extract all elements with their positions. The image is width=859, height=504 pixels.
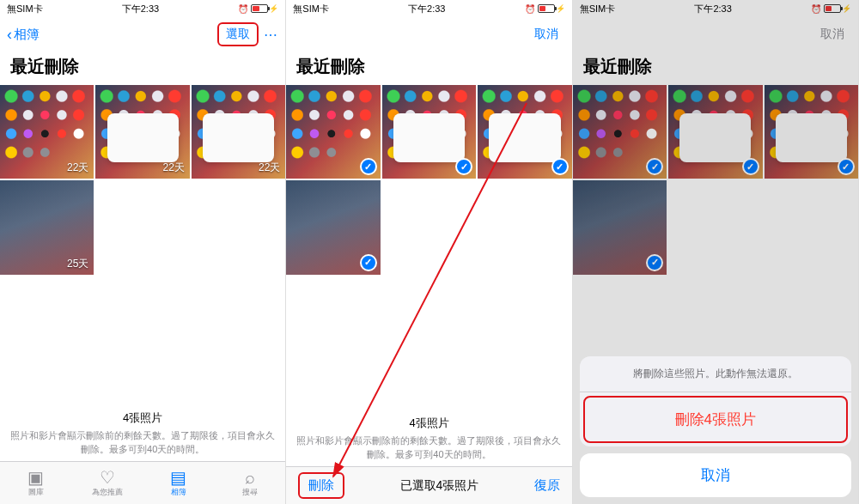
back-button[interactable]: ‹ 相簿 (7, 26, 40, 44)
tab-albums[interactable]: ▤ 相簿 (143, 462, 214, 504)
photo-thumb[interactable] (765, 85, 858, 179)
phone-screen-2: 無SIM卡 下午2:33 ⏰ ⚡ 取消 最近刪除 4張照片 照片和影片會顯示刪除… (286, 0, 572, 504)
tab-label: 搜尋 (242, 487, 258, 498)
albums-icon: ▤ (170, 469, 186, 486)
battery-icon (824, 4, 841, 13)
page-title: 最近刪除 (0, 52, 285, 85)
status-bar: 無SIM卡 下午2:33 ⏰ ⚡ (286, 0, 571, 17)
page-title: 最近刪除 (573, 52, 858, 85)
photo-count: 4張照片 (9, 410, 277, 426)
tab-foryou[interactable]: ♡ 為您推薦 (71, 462, 143, 504)
more-button[interactable]: ⋯ (264, 27, 278, 43)
photo-thumb[interactable] (668, 85, 762, 179)
tab-label: 相簿 (171, 487, 186, 498)
photo-thumb[interactable]: 25天 (0, 180, 94, 274)
clock-label: 下午2:33 (122, 3, 159, 15)
check-icon (742, 158, 759, 175)
photo-count: 4張照片 (295, 416, 563, 431)
photo-thumb[interactable] (573, 180, 667, 274)
cancel-button[interactable]: 取消 (527, 24, 565, 45)
days-badge: 25天 (67, 257, 88, 271)
photo-grid (573, 85, 858, 275)
delete-button[interactable]: 刪除 (298, 472, 344, 499)
action-sheet: 將刪除這些照片。此動作無法還原。 刪除4張照片 取消 (580, 356, 851, 497)
toolbar: 刪除 已選取4張照片 復原 (286, 466, 571, 504)
nav-bar: 取消 (286, 17, 571, 52)
sheet-cancel-button[interactable]: 取消 (580, 453, 851, 497)
search-icon: ⌕ (245, 469, 255, 486)
photo-thumb[interactable]: 22天 (0, 85, 94, 179)
clock-label: 下午2:33 (408, 3, 445, 15)
check-icon (646, 158, 663, 175)
photo-thumb[interactable] (573, 85, 667, 179)
sheet-message: 將刪除這些照片。此動作無法還原。 (580, 356, 851, 392)
carrier-label: 無SIM卡 (580, 3, 616, 15)
photo-grid (286, 85, 571, 275)
phone-screen-3: 無SIM卡 下午2:33 ⏰ ⚡ 取消 最近刪除 將刪除這些照片。此動作無法還原… (573, 0, 859, 504)
tab-search[interactable]: ⌕ 搜尋 (214, 462, 285, 504)
footer-info: 4張照片 照片和影片會顯示刪除前的剩餘天數。過了期限後，項目會永久刪除。最多可到… (286, 410, 571, 466)
charging-icon: ⚡ (556, 4, 565, 13)
selection-count: 已選取4張照片 (400, 478, 479, 494)
battery-icon (538, 4, 555, 13)
restore-button[interactable]: 復原 (534, 477, 560, 494)
charging-icon: ⚡ (269, 4, 278, 13)
nav-bar: ‹ 相簿 選取 ⋯ (0, 17, 285, 52)
days-badge: 22天 (67, 161, 88, 175)
photo-thumb[interactable]: 22天 (192, 85, 285, 179)
status-bar: 無SIM卡 下午2:33 ⏰ ⚡ (573, 0, 858, 17)
alarm-icon: ⏰ (238, 4, 248, 14)
days-badge: 22天 (259, 161, 280, 175)
back-label: 相簿 (14, 27, 40, 43)
photo-thumb[interactable] (286, 85, 380, 179)
footer-desc: 照片和影片會顯示刪除前的剩餘天數。過了期限後，項目會永久刪除。最多可到40天的時… (9, 429, 277, 456)
battery-icon (251, 4, 268, 13)
charging-icon: ⚡ (842, 4, 851, 13)
alarm-icon: ⏰ (525, 4, 535, 14)
page-title: 最近刪除 (286, 52, 571, 85)
tab-label: 為您推薦 (92, 487, 123, 498)
library-icon: ▣ (27, 469, 44, 486)
delete-confirm-button[interactable]: 刪除4張照片 (583, 396, 848, 443)
footer-desc: 照片和影片會顯示刪除前的剩餘天數。過了期限後，項目會永久刪除。最多可到40天的時… (295, 434, 563, 461)
check-icon (455, 158, 472, 175)
photo-thumb[interactable] (382, 85, 476, 179)
chevron-left-icon: ‹ (7, 26, 12, 44)
check-icon (838, 158, 855, 175)
carrier-label: 無SIM卡 (293, 3, 329, 15)
photo-thumb[interactable]: 22天 (95, 85, 189, 179)
foryou-icon: ♡ (100, 469, 115, 486)
status-bar: 無SIM卡 下午2:33 ⏰ ⚡ (0, 0, 285, 17)
photo-thumb[interactable] (286, 180, 380, 274)
nav-bar: 取消 (573, 17, 858, 52)
check-icon (360, 254, 377, 271)
check-icon (646, 254, 663, 271)
phone-screen-1: 無SIM卡 下午2:33 ⏰ ⚡ ‹ 相簿 選取 ⋯ 最近刪除 22天 22天 … (0, 0, 286, 504)
clock-label: 下午2:33 (694, 3, 731, 15)
tab-library[interactable]: ▣ 圖庫 (0, 462, 71, 504)
photo-thumb[interactable] (478, 85, 571, 179)
alarm-icon: ⏰ (811, 4, 821, 14)
cancel-button[interactable]: 取消 (813, 24, 851, 45)
tab-label: 圖庫 (28, 487, 44, 498)
check-icon (551, 158, 569, 175)
carrier-label: 無SIM卡 (7, 3, 43, 15)
tab-bar: ▣ 圖庫 ♡ 為您推薦 ▤ 相簿 ⌕ 搜尋 (0, 461, 285, 504)
check-icon (360, 158, 377, 175)
footer-info: 4張照片 照片和影片會顯示刪除前的剩餘天數。過了期限後，項目會永久刪除。最多可到… (0, 405, 285, 461)
select-button[interactable]: 選取 (217, 22, 259, 46)
photo-grid: 22天 22天 22天 25天 (0, 85, 285, 275)
days-badge: 22天 (163, 161, 185, 175)
